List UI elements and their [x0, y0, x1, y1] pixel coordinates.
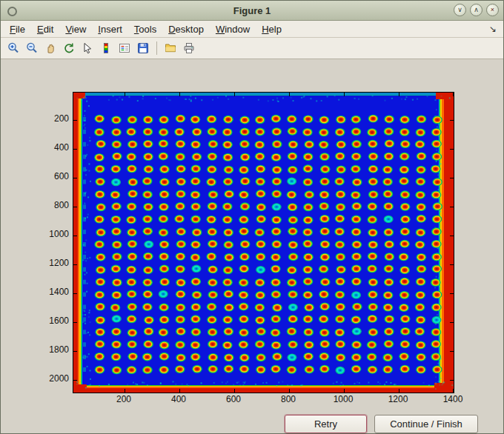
menu-edit[interactable]: Edit [31, 22, 59, 36]
y-tick-label: 400 [38, 142, 69, 153]
x-tick-label: 400 [163, 394, 194, 404]
minimize-button[interactable]: ∨ [454, 4, 466, 16]
x-tick-label: 1000 [328, 394, 359, 404]
close-button[interactable]: × [486, 4, 499, 16]
figure-window: Figure 1 ∨ ∧ × File Edit View Insert Too… [0, 0, 504, 434]
maximize-button[interactable]: ∧ [470, 4, 483, 16]
x-tick-label: 1200 [382, 394, 414, 404]
y-tick-label: 2000 [38, 373, 69, 384]
y-tick-label: 1000 [38, 229, 69, 239]
y-tick-label: 800 [38, 200, 69, 210]
x-tick-label: 800 [273, 394, 304, 404]
menu-tools[interactable]: Tools [128, 22, 162, 36]
window-title: Figure 1 [233, 5, 271, 16]
save-icon[interactable] [135, 40, 151, 56]
open-folder-icon[interactable] [162, 40, 179, 56]
x-tick-label: 200 [108, 394, 139, 404]
y-tick-label: 600 [38, 171, 69, 181]
menu-bar: File Edit View Insert Tools Desktop Wind… [1, 21, 503, 38]
title-bar[interactable]: Figure 1 ∨ ∧ × [1, 1, 503, 21]
y-tick-label: 1400 [38, 287, 69, 297]
plot-axes[interactable] [73, 92, 454, 393]
menu-help[interactable]: Help [256, 22, 288, 36]
window-menu-icon[interactable] [7, 7, 17, 16]
insert-legend-icon[interactable] [116, 40, 133, 56]
retry-button[interactable]: Retry [285, 415, 367, 433]
menu-file[interactable]: File [4, 22, 31, 36]
figure-background: 200 400 600 800 1000 1200 1400 1600 1800… [1, 59, 503, 434]
window-controls: ∨ ∧ × [454, 4, 499, 16]
plate-image[interactable] [73, 93, 454, 393]
x-tick-label: 1400 [437, 394, 468, 404]
figure-toolbar [1, 38, 503, 59]
rotate-3d-icon[interactable] [61, 40, 77, 56]
menu-view[interactable]: View [59, 22, 92, 36]
print-icon[interactable] [181, 40, 197, 56]
menu-desktop[interactable]: Desktop [162, 22, 210, 36]
toolbar-separator [156, 41, 157, 55]
menu-window[interactable]: Window [210, 22, 256, 36]
y-tick-label: 1200 [38, 258, 69, 268]
colorbar-icon[interactable] [98, 40, 114, 56]
continue-finish-button[interactable]: Continue / Finish [374, 415, 478, 433]
pan-hand-icon[interactable] [42, 40, 59, 56]
y-tick-label: 1600 [38, 316, 69, 326]
menu-insert[interactable]: Insert [92, 22, 128, 36]
dock-arrow-icon[interactable]: ↘ [489, 24, 497, 34]
zoom-in-icon[interactable] [5, 40, 21, 56]
data-cursor-icon[interactable] [79, 40, 96, 56]
y-tick-label: 200 [38, 113, 69, 124]
x-tick-label: 600 [218, 394, 249, 404]
y-tick-label: 1800 [38, 344, 69, 355]
zoom-out-icon[interactable] [24, 40, 40, 56]
